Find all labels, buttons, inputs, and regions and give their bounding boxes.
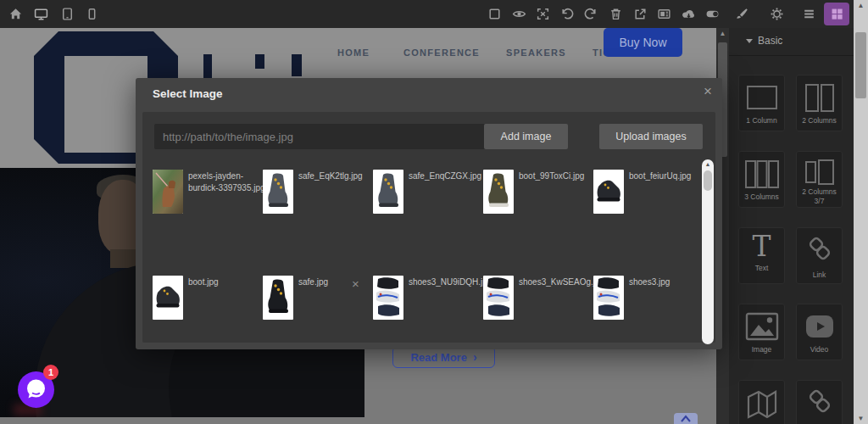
image-list-item[interactable]: shoes3_NU9iDQH.jpg <box>373 276 483 323</box>
image-url-input[interactable] <box>154 124 488 149</box>
chat-notification-badge: 1 <box>43 365 58 380</box>
scroll-up-arrow-icon[interactable]: ▲ <box>716 28 729 40</box>
add-image-button[interactable]: Add image <box>484 124 568 149</box>
blocks-grid-icon <box>830 7 844 21</box>
layers-menu-icon[interactable] <box>802 7 816 21</box>
block-image[interactable]: Image <box>738 304 785 360</box>
toggle-view-icon[interactable] <box>705 7 720 21</box>
scroll-up-arrow-icon[interactable]: ▲ <box>854 0 868 11</box>
block-label: 2 Columns 3/7 <box>797 187 842 205</box>
sidebar-section-basic[interactable]: Basic <box>729 28 854 56</box>
image-filename: boot_99ToxCi.jpg <box>519 170 597 182</box>
home-icon[interactable] <box>8 7 23 21</box>
preview-eye-icon[interactable] <box>512 7 526 21</box>
link-icon <box>801 235 838 269</box>
block-3-columns[interactable]: 3 Columns <box>738 151 785 208</box>
image-list-item[interactable]: shoes3.jpg <box>593 276 704 323</box>
blocks-panel-button[interactable] <box>824 3 849 25</box>
map-icon <box>742 388 782 421</box>
image-thumbnail <box>483 276 514 320</box>
image-list-item[interactable]: boot.jpg <box>153 276 263 323</box>
fullscreen-icon[interactable] <box>536 7 550 21</box>
block-label: Video <box>797 345 842 354</box>
upload-images-button[interactable]: Upload images <box>599 124 703 149</box>
block-2-columns-3-7[interactable]: 2 Columns 3/7 <box>796 151 843 208</box>
image-filename: pexels-jayden-burdick-3397935.jpg <box>188 170 266 194</box>
two-columns-3-7-icon <box>799 159 840 186</box>
text-icon: T <box>739 232 784 262</box>
image-list-item[interactable]: boot_99ToxCi.jpg <box>483 170 593 217</box>
app-window: HOME CONFERENCE SPEAKERS TICKETS Read Mo… <box>0 0 868 424</box>
image-thumbnail <box>153 276 183 320</box>
two-columns-icon <box>799 82 840 114</box>
image-list-item[interactable]: boot_feiurUq.jpg <box>593 170 704 217</box>
window-scrollbar-thumb[interactable] <box>855 32 866 98</box>
block-label: Image <box>739 345 784 354</box>
modal-title: Select Image <box>153 87 223 100</box>
image-filename: shoes3.jpg <box>629 276 707 288</box>
delete-trash-icon[interactable] <box>609 7 623 21</box>
image-thumbnail <box>263 170 293 214</box>
three-columns-icon <box>742 159 782 191</box>
open-external-icon[interactable] <box>633 7 648 21</box>
scroll-up-arrow-icon[interactable]: ▲ <box>702 159 714 170</box>
image-list-scrollbar[interactable]: ▲ <box>702 159 714 344</box>
nav-speakers[interactable]: SPEAKERS <box>506 47 566 58</box>
image-list-scrollbar-thumb[interactable] <box>704 170 712 191</box>
chevron-right-icon: › <box>473 350 477 364</box>
block-label: 3 Columns <box>739 192 784 202</box>
undo-icon[interactable] <box>559 7 574 21</box>
nav-conference[interactable]: CONFERENCE <box>403 47 480 58</box>
import-export-icon[interactable] <box>657 7 671 21</box>
paintbrush-styles-icon[interactable] <box>734 7 748 21</box>
desktop-view-icon[interactable] <box>34 7 48 21</box>
one-column-icon <box>742 82 782 114</box>
site-logo-letter <box>255 54 264 69</box>
buy-now-button[interactable]: Buy Now <box>604 28 682 57</box>
image-thumbnail <box>593 170 624 214</box>
block-map[interactable] <box>738 380 785 424</box>
image-filename: shoes3_NU9iDQH.jpg <box>409 276 487 288</box>
image-thumbnail <box>373 170 403 214</box>
block-2-columns[interactable]: 2 Columns <box>796 75 843 131</box>
block-1-column[interactable]: 1 Column <box>738 75 785 131</box>
block-video[interactable]: Video <box>796 304 843 360</box>
nav-home[interactable]: HOME <box>337 47 370 58</box>
borders-icon[interactable] <box>487 7 502 21</box>
window-scrollbar[interactable]: ▲ ▼ <box>854 0 868 424</box>
block-label: Text <box>739 264 784 273</box>
image-filename: boot_feiurUq.jpg <box>629 170 707 182</box>
scroll-down-arrow-icon[interactable]: ▼ <box>854 413 868 424</box>
settings-gear-icon[interactable] <box>770 7 784 21</box>
site-logo-letter <box>292 54 302 76</box>
image-list-item[interactable]: pexels-jayden-burdick-3397935.jpg <box>153 170 263 217</box>
block-link[interactable]: Link <box>796 227 843 284</box>
block-label: 2 Columns <box>797 116 842 126</box>
image-filename: boot.jpg <box>188 276 266 288</box>
image-list-item[interactable]: safe_EnqCZGX.jpg <box>373 170 483 217</box>
mobile-view-icon[interactable] <box>85 7 99 21</box>
image-thumbnail <box>153 170 183 214</box>
modal-close-icon[interactable]: × <box>704 83 712 100</box>
block-text[interactable]: T Text <box>738 227 785 284</box>
tablet-view-icon[interactable] <box>60 7 75 21</box>
cloud-download-icon[interactable] <box>682 7 696 21</box>
select-image-modal: Select Image × Add image Upload images p… <box>136 78 722 349</box>
chevron-down-icon <box>746 39 753 43</box>
image-thumbnail <box>373 276 403 320</box>
redo-icon[interactable] <box>584 7 598 21</box>
scroll-to-top-button[interactable] <box>674 413 698 424</box>
read-more-label: Read More <box>410 351 466 364</box>
block-label: 1 Column <box>739 116 784 126</box>
image-thumbnail <box>483 170 514 214</box>
chevron-up-icon <box>674 413 698 424</box>
image-filename: safe_EnqCZGX.jpg <box>409 170 487 182</box>
image-list-item[interactable]: shoes3_KwSEAOg.jpg <box>483 276 593 323</box>
block-link-2[interactable] <box>796 380 843 424</box>
video-play-icon <box>799 311 840 343</box>
delete-image-icon[interactable]: × <box>352 276 359 291</box>
image-icon <box>742 311 782 343</box>
block-label: Link <box>797 271 842 280</box>
image-list-item[interactable]: safe_EqK2tlg.jpg <box>263 170 373 217</box>
photo-figure <box>110 249 136 268</box>
